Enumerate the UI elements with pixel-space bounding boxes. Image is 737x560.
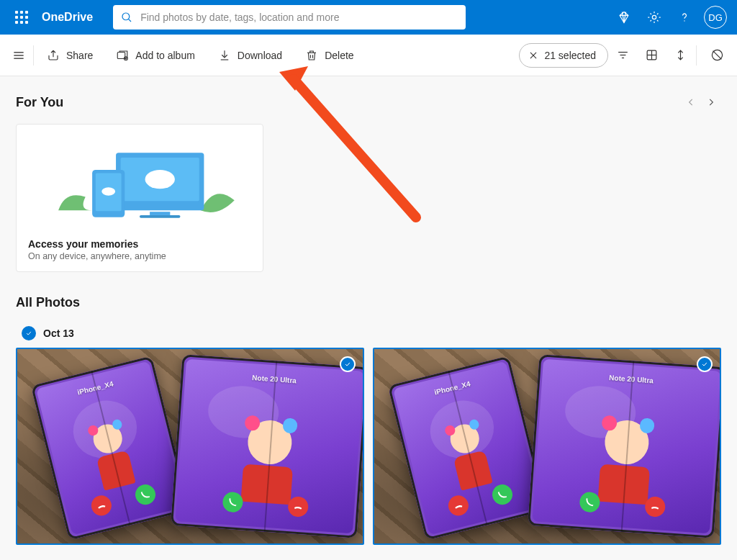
divider — [696, 45, 697, 66]
accept-call-icon — [490, 482, 515, 507]
waffle-icon — [15, 11, 28, 24]
chevron-right-icon — [706, 97, 716, 107]
search-input[interactable] — [140, 12, 458, 23]
svg-rect-26 — [150, 212, 170, 215]
share-icon — [47, 49, 60, 62]
photo-item[interactable]: iPhone_X4 Note 20 Ultra — [373, 348, 721, 545]
for-you-next-button[interactable] — [701, 92, 721, 112]
command-bar: Share Add to album Download Delete 21 se… — [0, 35, 737, 76]
accept-call-icon — [133, 482, 158, 507]
decline-call-icon — [645, 496, 666, 518]
photo-grid: iPhone_X4 Note 20 Ultra — [16, 348, 737, 545]
svg-line-1 — [129, 19, 132, 22]
date-group-label: Oct 13 — [43, 328, 74, 339]
album-icon — [116, 49, 129, 62]
svg-rect-27 — [140, 215, 180, 218]
nav-toggle-icon[interactable] — [6, 35, 32, 76]
selection-count-label: 21 selected — [544, 50, 596, 61]
add-to-album-label: Add to album — [135, 50, 195, 61]
selection-count-chip[interactable]: 21 selected — [519, 43, 608, 68]
check-icon — [24, 330, 33, 337]
memories-illustration — [18, 126, 261, 234]
chevron-left-icon — [686, 97, 696, 107]
memories-card-title: Access your memories — [18, 234, 261, 251]
premium-icon[interactable] — [609, 0, 639, 35]
main-content: For You Access — [0, 76, 737, 545]
svg-point-30 — [101, 187, 115, 195]
photo-selected-checkbox[interactable] — [340, 356, 356, 372]
search-icon — [120, 11, 133, 24]
delete-label: Delete — [325, 50, 353, 61]
account-avatar[interactable]: DG — [704, 6, 727, 29]
trash-icon — [305, 49, 318, 62]
svg-line-22 — [713, 51, 721, 60]
download-label: Download — [238, 50, 282, 61]
help-icon[interactable] — [669, 0, 700, 35]
view-toggle-icon[interactable] — [637, 35, 666, 76]
date-group-checkbox[interactable] — [22, 326, 36, 340]
delete-button[interactable]: Delete — [298, 45, 361, 66]
divider — [33, 45, 34, 66]
search-box[interactable] — [113, 5, 466, 30]
svg-point-0 — [122, 13, 130, 20]
brand-title[interactable]: OneDrive — [42, 11, 93, 24]
settings-icon[interactable] — [639, 0, 669, 35]
close-icon — [528, 50, 538, 60]
for-you-header: For You — [16, 92, 737, 112]
check-icon — [700, 361, 709, 368]
date-group-header[interactable]: Oct 13 — [22, 326, 737, 340]
accept-call-icon — [579, 491, 600, 512]
download-icon — [218, 49, 231, 62]
phone-right: Note 20 Ultra — [528, 354, 721, 538]
memories-card[interactable]: Access your memories On any device, anyw… — [16, 124, 263, 272]
share-label: Share — [66, 50, 93, 61]
decline-call-icon — [288, 496, 309, 518]
share-button[interactable]: Share — [40, 45, 100, 66]
add-to-album-button[interactable]: Add to album — [109, 45, 202, 66]
memories-card-subtitle: On any device, anywhere, anytime — [18, 251, 261, 261]
svg-point-25 — [145, 170, 175, 189]
photo-item[interactable]: iPhone_X4 Note 20 Ultra — [16, 348, 364, 545]
sort-icon[interactable] — [666, 35, 695, 76]
info-icon[interactable] — [702, 35, 731, 76]
photo-selected-checkbox[interactable] — [697, 356, 713, 372]
decline-call-icon — [89, 493, 114, 518]
filter-icon[interactable] — [608, 35, 637, 76]
for-you-prev-button[interactable] — [681, 92, 701, 112]
download-button[interactable]: Download — [211, 45, 289, 66]
for-you-title: For You — [16, 95, 63, 110]
phone-right: Note 20 Ultra — [171, 354, 364, 538]
decline-call-icon — [446, 493, 471, 518]
app-launcher-icon[interactable] — [4, 0, 39, 35]
svg-point-3 — [684, 20, 684, 21]
accept-call-icon — [222, 491, 243, 512]
svg-point-2 — [652, 15, 656, 19]
all-photos-title: All Photos — [16, 295, 737, 310]
app-header: OneDrive DG — [0, 0, 737, 35]
check-icon — [343, 361, 352, 368]
